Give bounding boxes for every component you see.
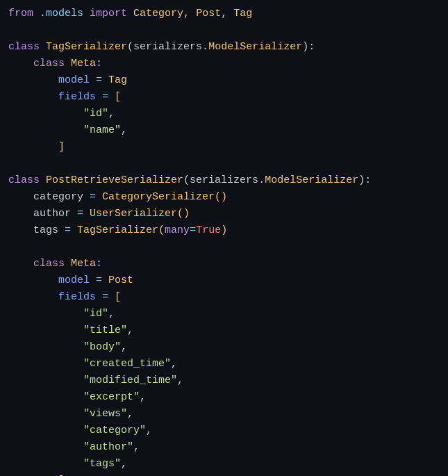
code-line-24: "excerpt", (8, 389, 440, 406)
code-line-22: "created_time", (8, 356, 440, 372)
code-line-7: "id", (8, 106, 440, 122)
code-line-17: model = Post (8, 272, 440, 289)
code-line-4: class Meta: (8, 56, 440, 72)
code-line-25: "views", (8, 406, 440, 422)
code-line-28: "tags", (8, 456, 440, 473)
code-line-23: "modified_time", (8, 372, 440, 389)
code-line-13: author = UserSerializer() (8, 206, 440, 222)
code-line-21: "body", (8, 339, 440, 356)
code-line-1: from .models import Category, Post, Tag (8, 6, 440, 22)
code-line-6: fields = [ (8, 89, 440, 106)
code-line-16: class Meta: (8, 256, 440, 272)
code-line-14: tags = TagSerializer(many=True) (8, 222, 440, 239)
code-line-8: "name", (8, 122, 440, 139)
code-line-18: fields = [ (8, 289, 440, 306)
code-line-empty-1 (8, 22, 440, 39)
code-line-empty-3 (8, 239, 440, 256)
code-line-19: "id", (8, 306, 440, 322)
code-line-9: ] (8, 139, 440, 156)
code-line-26: "category", (8, 422, 440, 439)
code-line-12: category = CategorySerializer() (8, 189, 440, 206)
code-line-20: "title", (8, 322, 440, 339)
code-line-3: class TagSerializer(serializers.ModelSer… (8, 39, 440, 56)
code-line-11: class PostRetrieveSerializer(serializers… (8, 172, 440, 189)
code-line-29: ] (8, 473, 440, 476)
code-line-5: model = Tag (8, 72, 440, 89)
code-line-27: "author", (8, 439, 440, 456)
code-editor: from .models import Category, Post, Tag … (0, 0, 448, 476)
code-line-empty-2 (8, 156, 440, 172)
